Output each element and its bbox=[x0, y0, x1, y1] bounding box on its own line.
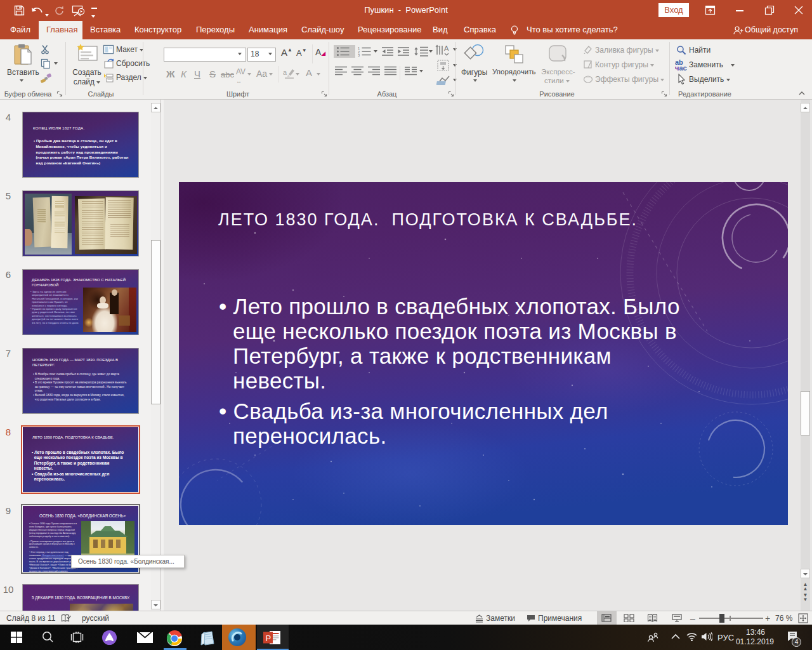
svg-text:P: P bbox=[266, 633, 272, 643]
svg-text:a: a bbox=[283, 69, 287, 76]
svg-text:3: 3 bbox=[358, 53, 360, 56]
svg-text:A: A bbox=[444, 44, 449, 52]
